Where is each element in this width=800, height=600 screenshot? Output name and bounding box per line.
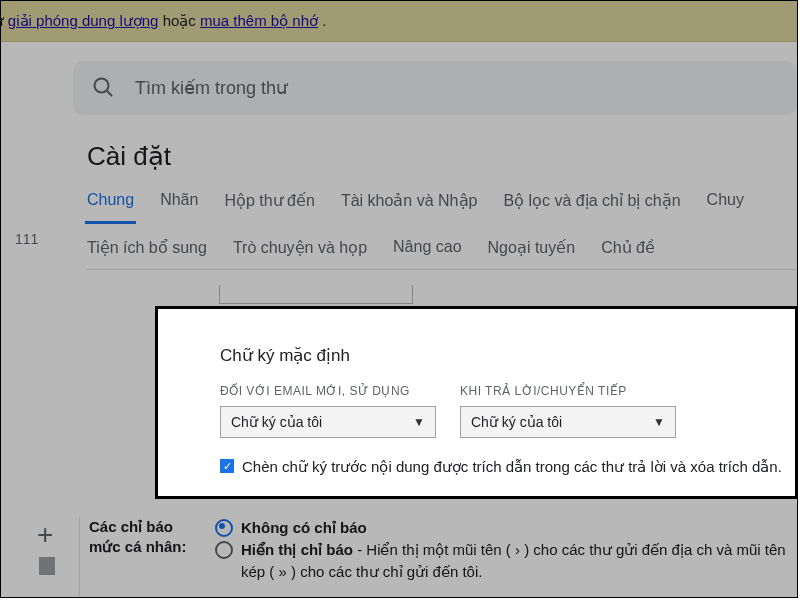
reply-forward-signature-select[interactable]: Chữ ký của tôi ▼ [460, 406, 676, 438]
new-email-signature-value: Chữ ký của tôi [231, 414, 322, 430]
sidebar-divider [79, 517, 80, 597]
buy-more-storage-link[interactable]: mua thêm bộ nhớ [200, 12, 318, 29]
page-title: Cài đặt [87, 141, 171, 172]
default-signature-highlight-panel: Chữ ký mặc định ĐỐI VỚI EMAIL MỚI, SỬ DỤ… [155, 306, 798, 499]
tab-chung[interactable]: Chung [87, 191, 134, 210]
search-icon [91, 75, 117, 101]
show-indicators-radio[interactable] [215, 541, 233, 559]
tab-t-i-kho-n-v-nh-p[interactable]: Tài khoản và Nhập [341, 191, 478, 210]
reply-forward-signature-value: Chữ ký của tôi [471, 414, 562, 430]
svg-line-1 [107, 91, 112, 96]
sidebar-count: 111 [15, 231, 38, 247]
tab-tr-chuy-n-v-h-p[interactable]: Trò chuyện và họp [233, 238, 367, 257]
no-indicators-radio[interactable] [215, 519, 233, 537]
tab-chuy[interactable]: Chuy [707, 191, 744, 210]
tab-b-l-c-v-a-ch-b-ch-n[interactable]: Bộ lọc và địa chỉ bị chặn [503, 191, 680, 210]
search-placeholder: Tìm kiếm trong thư [135, 77, 287, 99]
insert-signature-before-quoted-label: Chèn chữ ký trước nội dung được trích dẫ… [242, 456, 782, 479]
settings-tabs: ChungNhãnHộp thư đếnTài khoản và NhậpBộ … [87, 191, 797, 270]
signature-defaults-title: Chữ ký mặc định [220, 345, 787, 366]
free-up-storage-link[interactable]: giải phóng dung lượng [8, 12, 159, 29]
banner-text-mid: hoặc [163, 12, 200, 29]
truncated-input-fragment [219, 285, 413, 304]
chevron-down-icon: ▼ [653, 415, 665, 429]
app-frame: ờ. Hãy thử giải phóng dung lượng hoặc mu… [0, 0, 798, 598]
search-input[interactable]: Tìm kiếm trong thư [73, 61, 797, 115]
tab-ch-[interactable]: Chủ đề [601, 238, 655, 257]
storage-warning-banner: ờ. Hãy thử giải phóng dung lượng hoặc mu… [1, 1, 797, 42]
sidebar-item-fragment [39, 557, 55, 575]
tab-h-p-th-n[interactable]: Hộp thư đến [224, 191, 314, 210]
personal-indicators-section: Các chỉ báo mức cá nhân: Không có chỉ bá… [89, 517, 797, 582]
tab-n-ng-cao[interactable]: Nâng cao [393, 238, 462, 257]
chevron-down-icon: ▼ [413, 415, 425, 429]
tab-ngo-i-tuy-n[interactable]: Ngoại tuyến [488, 238, 576, 257]
tab-ti-n-ch-b-sung[interactable]: Tiện ích bổ sung [87, 238, 207, 257]
no-indicators-label: Không có chỉ báo [241, 519, 367, 536]
reply-forward-signature-label: KHI TRẢ LỜI/CHUYỂN TIẾP [460, 384, 676, 398]
personal-indicators-label-2: mức cá nhân: [89, 537, 201, 557]
banner-text-suffix: . [322, 12, 326, 29]
banner-text-frag: ờ. Hãy thử [1, 12, 8, 29]
new-email-signature-label: ĐỐI VỚI EMAIL MỚI, SỬ DỤNG [220, 384, 436, 398]
new-email-signature-select[interactable]: Chữ ký của tôi ▼ [220, 406, 436, 438]
personal-indicators-label-1: Các chỉ báo [89, 517, 201, 537]
svg-point-0 [95, 79, 109, 93]
show-indicators-label: Hiển thị chỉ báo [241, 541, 353, 558]
insert-signature-before-quoted-checkbox[interactable]: ✓ [220, 459, 234, 473]
tab-nh-n[interactable]: Nhãn [160, 191, 198, 210]
compose-or-add-button[interactable]: + [37, 519, 53, 551]
